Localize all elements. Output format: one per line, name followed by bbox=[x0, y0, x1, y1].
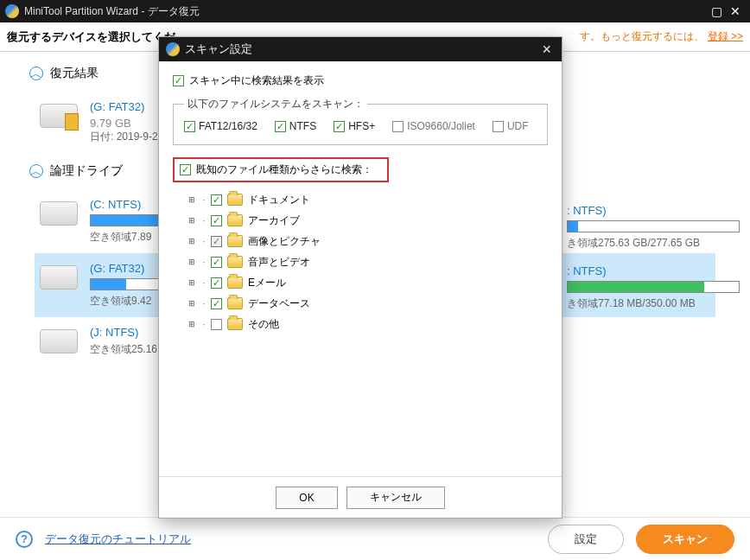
window-maximize-button[interactable]: ▢ bbox=[707, 4, 726, 18]
dialog-body: スキャン中に検索結果を表示 以下のファイルシステムをスキャン： FAT12/16… bbox=[159, 61, 562, 476]
tree-item-label: その他 bbox=[248, 317, 279, 332]
ok-button[interactable]: OK bbox=[276, 487, 337, 509]
checkbox-icon[interactable] bbox=[334, 121, 345, 132]
drive-meta: き領域275.63 GB/277.65 GB bbox=[567, 236, 740, 251]
checkbox-icon[interactable] bbox=[211, 194, 222, 206]
show-results-checkbox-row[interactable]: スキャン中に検索結果を表示 bbox=[173, 73, 548, 88]
usage-bar bbox=[567, 281, 740, 293]
cancel-button[interactable]: キャンセル bbox=[346, 487, 445, 509]
tree-expander-icon[interactable]: ⊞ bbox=[188, 299, 197, 308]
fs-ntfs-checkbox[interactable]: NTFS bbox=[275, 120, 316, 132]
tree-expander-icon[interactable]: ⊞ bbox=[188, 195, 197, 204]
checkbox-icon[interactable] bbox=[211, 319, 222, 330]
checkbox-icon[interactable] bbox=[173, 75, 184, 86]
tree-item-label: Eメール bbox=[248, 276, 286, 290]
section-label: 論理ドライブ bbox=[50, 163, 123, 179]
window-close-button[interactable]: ✕ bbox=[726, 4, 745, 18]
checkbox-label: スキャン中に検索結果を表示 bbox=[189, 73, 324, 88]
promo-suffix: す。もっと復元するには、 bbox=[580, 30, 704, 42]
dialog-title: スキャン設定 bbox=[185, 41, 538, 57]
drive-item[interactable]: : NTFS)き領域275.63 GB/277.65 GB bbox=[562, 197, 743, 258]
fs-iso-checkbox[interactable]: ISO9660/Joliet bbox=[392, 120, 475, 132]
checkbox-icon[interactable] bbox=[493, 121, 504, 132]
tree-expander-icon[interactable]: ⊞ bbox=[188, 320, 197, 328]
checkbox-icon[interactable] bbox=[211, 298, 222, 309]
tree-connector: · bbox=[202, 256, 206, 268]
tree-item[interactable]: ⊞·Eメール bbox=[188, 272, 548, 293]
drive-item[interactable]: : NTFS)き領域77.18 MB/350.00 MB bbox=[562, 258, 743, 318]
folder-icon bbox=[227, 277, 243, 289]
folder-icon bbox=[227, 194, 243, 206]
folder-icon bbox=[227, 214, 243, 226]
file-type-tree: ⊞·ドキュメント⊞·アーカイブ⊞·画像とピクチャ⊞·音声とビデオ⊞·Eメール⊞·… bbox=[188, 189, 548, 334]
fieldset-legend: 以下のファイルシステムをスキャン： bbox=[184, 97, 367, 111]
drive-name: : NTFS) bbox=[567, 204, 740, 217]
tree-item-label: アーカイブ bbox=[248, 213, 300, 228]
window-title: MiniTool Partition Wizard - データ復元 bbox=[24, 4, 707, 19]
scan-button[interactable]: スキャン bbox=[636, 525, 734, 554]
disk-icon bbox=[40, 201, 78, 226]
chevron-up-icon: ︿ bbox=[29, 164, 43, 178]
disk-icon bbox=[40, 329, 78, 353]
checkbox-icon[interactable] bbox=[184, 121, 195, 132]
section-label: 復元結果 bbox=[50, 66, 99, 81]
tree-item[interactable]: ⊞·その他 bbox=[188, 314, 548, 334]
tutorial-link[interactable]: データ復元のチュートリアル bbox=[45, 531, 191, 547]
drive-name: : NTFS) bbox=[567, 264, 740, 277]
tree-connector: · bbox=[202, 318, 206, 330]
window-title-bar: MiniTool Partition Wizard - データ復元 ▢ ✕ bbox=[0, 0, 750, 22]
drive-meta: き領域77.18 MB/350.00 MB bbox=[567, 296, 740, 311]
checkbox-icon[interactable] bbox=[211, 215, 222, 226]
folder-icon bbox=[227, 318, 243, 330]
tree-connector: · bbox=[202, 214, 206, 226]
tree-item[interactable]: ⊞·アーカイブ bbox=[188, 210, 548, 231]
tree-item-label: ドキュメント bbox=[248, 193, 310, 207]
tree-item-label: データベース bbox=[248, 296, 310, 311]
settings-button[interactable]: 設定 bbox=[548, 525, 624, 554]
tree-item[interactable]: ⊞·ドキュメント bbox=[188, 189, 548, 210]
chevron-up-icon: ︿ bbox=[29, 67, 43, 80]
tree-expander-icon[interactable]: ⊞ bbox=[188, 237, 197, 245]
folder-icon bbox=[227, 297, 243, 309]
tree-item-label: 音声とビデオ bbox=[248, 255, 310, 270]
checkbox-icon[interactable] bbox=[211, 257, 222, 268]
dialog-footer: OK キャンセル bbox=[159, 476, 562, 518]
dialog-title-bar: スキャン設定 × bbox=[159, 37, 562, 61]
fs-hfs-checkbox[interactable]: HFS+ bbox=[334, 120, 375, 132]
register-link[interactable]: 登録 >> bbox=[708, 30, 743, 42]
checkbox-icon[interactable] bbox=[211, 277, 222, 289]
tree-connector: · bbox=[202, 277, 206, 289]
disk-icon bbox=[40, 104, 78, 128]
usage-bar bbox=[567, 220, 740, 232]
checkbox-icon[interactable] bbox=[211, 236, 222, 247]
help-icon: ? bbox=[16, 531, 33, 548]
extra-search-checkbox-row[interactable]: 既知のファイル種類からさらに検索： bbox=[173, 157, 389, 182]
tree-item[interactable]: ⊞·音声とビデオ bbox=[188, 251, 548, 272]
tree-item-label: 画像とピクチャ bbox=[248, 234, 321, 249]
app-icon bbox=[166, 42, 180, 56]
app-icon bbox=[5, 4, 19, 18]
select-device-prompt: 復元するデバイスを選択してくだ bbox=[7, 29, 175, 45]
bottom-bar: ? データ復元のチュートリアル 設定 スキャン bbox=[0, 517, 750, 560]
logical-drives-right-column: : NTFS)き領域275.63 GB/277.65 GB: NTFS)き領域7… bbox=[562, 197, 743, 318]
dialog-close-button[interactable]: × bbox=[538, 41, 555, 59]
scan-settings-dialog: スキャン設定 × スキャン中に検索結果を表示 以下のファイルシステムをスキャン：… bbox=[158, 36, 562, 519]
checkbox-icon[interactable] bbox=[392, 121, 404, 132]
tree-expander-icon[interactable]: ⊞ bbox=[188, 216, 197, 225]
checkbox-icon[interactable] bbox=[180, 164, 191, 175]
fs-udf-checkbox[interactable]: UDF bbox=[493, 120, 529, 132]
fs-fat-checkbox[interactable]: FAT12/16/32 bbox=[184, 120, 257, 132]
checkbox-label: 既知のファイル種類からさらに検索： bbox=[196, 162, 372, 177]
tree-connector: · bbox=[202, 297, 206, 309]
tree-expander-icon[interactable]: ⊞ bbox=[188, 278, 197, 287]
tree-item[interactable]: ⊞·画像とピクチャ bbox=[188, 231, 548, 251]
checkbox-icon[interactable] bbox=[275, 121, 286, 132]
folder-icon bbox=[227, 235, 243, 247]
disk-icon bbox=[40, 265, 78, 290]
tree-connector: · bbox=[202, 194, 206, 206]
tree-item[interactable]: ⊞·データベース bbox=[188, 293, 548, 314]
tree-expander-icon[interactable]: ⊞ bbox=[188, 258, 197, 266]
folder-icon bbox=[227, 256, 243, 268]
filesystem-fieldset: 以下のファイルシステムをスキャン： FAT12/16/32 NTFS HFS+ … bbox=[173, 97, 548, 145]
tree-connector: · bbox=[202, 235, 206, 247]
